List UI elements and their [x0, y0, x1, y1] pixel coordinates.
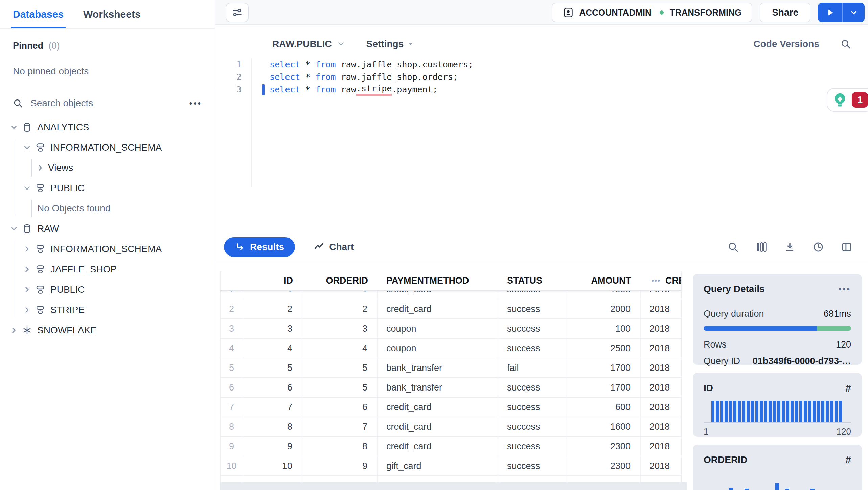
chevron-right-icon: [36, 163, 45, 172]
code-line-2[interactable]: 2select * from raw.jaffle_shop.orders;: [215, 71, 868, 83]
column-header-orderid[interactable]: ORDERID: [302, 271, 378, 290]
histogram: [712, 401, 842, 422]
column-header-paymentmethod[interactable]: PAYMENTMETHOD: [378, 271, 498, 290]
table-row[interactable]: 444couponsuccess25002018: [221, 339, 681, 358]
role-context-selector[interactable]: ACCOUNTADMIN TRANSFORMING: [552, 3, 753, 22]
play-icon: [826, 8, 835, 17]
table-row[interactable]: 555bank_transferfail17002018: [221, 358, 681, 378]
tree-item-raw[interactable]: RAW: [0, 219, 215, 239]
tree-item-public[interactable]: PUBLIC: [0, 280, 215, 300]
tree-item-information-schema[interactable]: INFORMATION_SCHEMA: [0, 239, 215, 259]
schema-icon: [35, 183, 46, 194]
pinned-section-header: Pinned (0): [13, 41, 215, 51]
chevron-right-icon: [23, 306, 31, 314]
table-cell: 1: [302, 291, 378, 299]
share-button[interactable]: Share: [760, 3, 810, 22]
row-number-header[interactable]: [221, 271, 243, 290]
table-cell: 1600: [566, 417, 641, 436]
table-row[interactable]: 665bank_transfersuccess17002018: [221, 378, 681, 398]
column-header-amount[interactable]: AMOUNT: [566, 271, 641, 290]
history-clock-icon[interactable]: [813, 241, 824, 253]
run-button[interactable]: [818, 3, 843, 22]
table-cell: 2018: [641, 299, 681, 318]
horizontal-scrollbar[interactable]: [220, 482, 687, 490]
search-objects-input[interactable]: Search objects: [30, 98, 182, 109]
table-cell: coupon: [378, 339, 498, 358]
tab-worksheets[interactable]: Worksheets: [83, 0, 141, 28]
table-cell: [302, 476, 378, 482]
pinned-label: Pinned: [13, 41, 43, 51]
sidebar-more-menu[interactable]: •••: [189, 98, 202, 108]
table-cell: gift_card: [378, 456, 498, 475]
table-row[interactable]: [221, 476, 681, 482]
table-row[interactable]: 998credit_cardsuccess23002018: [221, 437, 681, 456]
worksheet-top-bar: ACCOUNTADMIN TRANSFORMING Share: [215, 0, 868, 25]
table-cell: 1000: [566, 291, 641, 299]
tree-item-public[interactable]: PUBLIC: [0, 178, 215, 198]
tree-item-views[interactable]: Views: [0, 158, 215, 178]
no-pinned-message: No pinned objects: [13, 66, 215, 77]
table-row[interactable]: 333couponsuccess1002018: [221, 319, 681, 339]
tab-databases[interactable]: Databases: [13, 0, 64, 28]
query-id-link[interactable]: 01b349f6-0000-d793-…: [753, 356, 851, 366]
tree-item-label: INFORMATION_SCHEMA: [50, 244, 162, 254]
tree-item-snowflake[interactable]: SNOWFLAKE: [0, 320, 215, 340]
numeric-column-icon: #: [845, 382, 851, 394]
chevron-right-icon: [9, 326, 18, 335]
tree-item-stripe[interactable]: STRIPE: [0, 300, 215, 320]
table-row[interactable]: 776credit_cardsuccess6002018: [221, 398, 681, 417]
tree-item-analytics[interactable]: ANALYTICS: [0, 117, 215, 137]
copilot-suggestion-pill[interactable]: 1: [827, 88, 868, 112]
caret-down-icon: [408, 41, 414, 47]
run-options-button[interactable]: [843, 3, 865, 22]
tab-results[interactable]: Results: [224, 237, 295, 257]
chevron-down-icon: [23, 184, 31, 193]
table-row[interactable]: 10109gift_cardsuccess23002018: [221, 456, 681, 476]
column-header-status[interactable]: STATUS: [498, 271, 566, 290]
column-header-id[interactable]: ID: [243, 271, 302, 290]
table-cell: success: [498, 417, 566, 436]
split-panel-icon[interactable]: [841, 241, 852, 253]
table-cell: 1700: [566, 378, 641, 397]
histogram-min-label: 1: [704, 426, 708, 437]
database-context-selector[interactable]: RAW.PUBLIC: [272, 39, 345, 49]
query-details-card: Query Details ••• Query duration 681ms R…: [693, 274, 862, 365]
search-results-icon[interactable]: [727, 241, 739, 253]
table-cell: 2018: [641, 319, 681, 338]
columns-icon[interactable]: [756, 241, 767, 253]
tab-chart[interactable]: Chart: [314, 242, 354, 252]
row-number-cell: 7: [221, 398, 243, 417]
code-line-1[interactable]: 1select * from raw.jaffle_shop.customers…: [215, 58, 868, 71]
settings-dropdown[interactable]: Settings: [366, 39, 414, 49]
editor-search-icon[interactable]: [840, 39, 851, 49]
results-table: IDORDERIDPAYMENTMETHODSTATUSAMOUNT•••CRE…: [220, 271, 682, 490]
column-header-created[interactable]: •••CREATED: [641, 271, 681, 290]
editor-toolbar: RAW.PUBLIC Settings Code Versions: [215, 25, 868, 49]
tree-item-label: STRIPE: [50, 305, 85, 315]
tree-item-information-schema[interactable]: INFORMATION_SCHEMA: [0, 137, 215, 158]
histogram-max-label: 120: [837, 426, 851, 437]
query-details-menu[interactable]: •••: [839, 284, 851, 294]
sql-code-editor[interactable]: 1select * from raw.jaffle_shop.customers…: [215, 58, 868, 187]
tree-item-label: ANALYTICS: [37, 122, 89, 133]
filters-button[interactable]: [226, 3, 249, 22]
column-stats-card-orderid: ORDERID#: [693, 445, 862, 490]
table-row[interactable]: 111credit_cardsuccess10002018: [221, 291, 681, 299]
tree-item-no-objects-found: No Objects found: [0, 198, 215, 219]
code-line-3[interactable]: 3select * from raw.stripe.payment;: [215, 83, 868, 96]
tree-guide-line: [16, 240, 16, 317]
tree-item-jaffle-shop[interactable]: JAFFLE_SHOP: [0, 259, 215, 280]
table-cell: success: [498, 378, 566, 397]
table-row[interactable]: 222credit_cardsuccess20002018: [221, 299, 681, 319]
schema-icon: [35, 305, 46, 315]
results-toolbar-icons: [727, 241, 852, 253]
column-menu-dots[interactable]: •••: [652, 277, 661, 285]
table-cell: [378, 476, 498, 482]
row-number-cell: 8: [221, 417, 243, 436]
table-cell: 100: [566, 319, 641, 338]
download-icon[interactable]: [784, 241, 796, 253]
code-versions-link[interactable]: Code Versions: [753, 39, 819, 49]
table-row[interactable]: 887credit_cardsuccess16002018: [221, 417, 681, 437]
table-cell: success: [498, 398, 566, 417]
role-badge-icon: [563, 7, 574, 18]
